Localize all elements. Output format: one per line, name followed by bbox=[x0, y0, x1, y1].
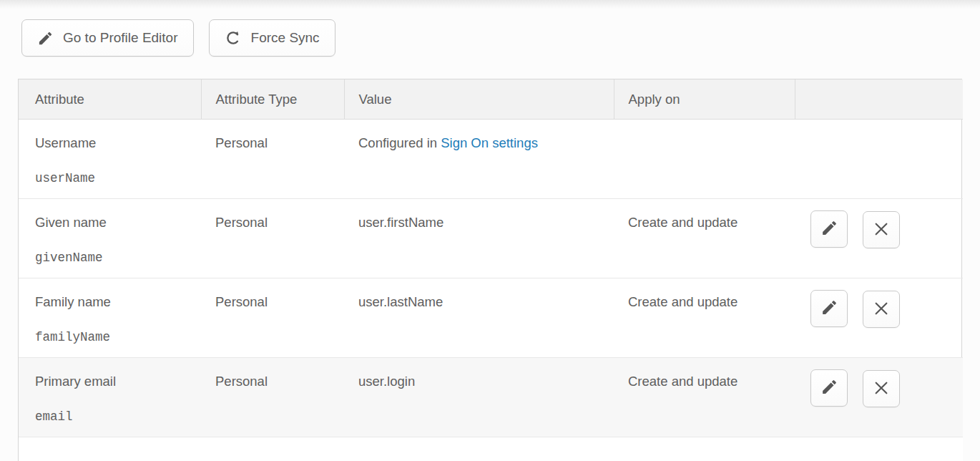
attribute-variable-name: email bbox=[35, 409, 187, 424]
delete-attribute-button[interactable] bbox=[863, 291, 900, 328]
column-header-apply-on: Apply on bbox=[614, 79, 795, 119]
apply-on-value: Create and update bbox=[628, 294, 738, 309]
x-close-icon bbox=[873, 221, 889, 239]
edit-attribute-button[interactable] bbox=[810, 369, 848, 407]
go-to-profile-editor-label: Go to Profile Editor bbox=[63, 30, 178, 46]
pencil-icon bbox=[820, 219, 838, 239]
pencil-icon bbox=[820, 299, 838, 319]
attribute-variable-name: familyName bbox=[35, 329, 187, 345]
attribute-mappings-table: Attribute Attribute Type Value Apply on … bbox=[18, 79, 962, 461]
apply-on-value: Create and update bbox=[628, 374, 738, 389]
attribute-label: Username bbox=[35, 135, 187, 151]
table-row: Given name givenName Personal user.first… bbox=[19, 198, 963, 278]
attribute-value: user.firstName bbox=[358, 215, 444, 230]
top-fade-strip bbox=[0, 0, 980, 9]
x-close-icon bbox=[873, 301, 889, 319]
pencil-icon bbox=[820, 378, 838, 398]
sync-icon bbox=[225, 29, 242, 47]
go-to-profile-editor-button[interactable]: Go to Profile Editor bbox=[21, 19, 194, 57]
force-sync-label: Force Sync bbox=[251, 30, 320, 46]
table-row: Family name familyName Personal user.las… bbox=[19, 278, 963, 357]
attribute-label: Primary email bbox=[35, 374, 187, 389]
apply-on-value: Create and update bbox=[628, 215, 738, 230]
attribute-variable-name: givenName bbox=[35, 250, 187, 266]
attribute-label: Given name bbox=[35, 215, 187, 230]
table-row: Primary email email Personal user.login … bbox=[19, 357, 963, 437]
column-header-attribute: Attribute bbox=[19, 79, 201, 119]
attribute-value: user.login bbox=[358, 374, 415, 389]
force-sync-button[interactable]: Force Sync bbox=[209, 19, 335, 57]
table-row-partial bbox=[19, 437, 963, 461]
table-header-row: Attribute Attribute Type Value Apply on bbox=[19, 79, 963, 119]
toolbar: Go to Profile Editor Force Sync bbox=[21, 19, 980, 57]
delete-attribute-button[interactable] bbox=[863, 370, 900, 407]
attribute-type: Personal bbox=[215, 294, 268, 309]
column-header-attribute-type: Attribute Type bbox=[201, 79, 344, 119]
attribute-type: Personal bbox=[215, 215, 268, 230]
edit-attribute-button[interactable] bbox=[810, 210, 848, 248]
column-header-actions bbox=[795, 79, 963, 119]
attribute-label: Family name bbox=[35, 294, 187, 310]
pencil-icon bbox=[37, 30, 54, 47]
x-close-icon bbox=[873, 380, 889, 398]
attribute-type: Personal bbox=[215, 135, 268, 150]
attribute-variable-name: userName bbox=[35, 170, 187, 186]
attribute-value: Configured in bbox=[358, 135, 441, 150]
column-header-value: Value bbox=[344, 79, 614, 119]
sign-on-settings-link[interactable]: Sign On settings bbox=[441, 135, 538, 150]
edit-attribute-button[interactable] bbox=[810, 290, 848, 327]
table-row: Username userName Personal Configured in… bbox=[19, 119, 963, 198]
delete-attribute-button[interactable] bbox=[863, 211, 900, 248]
attribute-type: Personal bbox=[215, 374, 268, 389]
attribute-value: user.lastName bbox=[358, 294, 443, 309]
